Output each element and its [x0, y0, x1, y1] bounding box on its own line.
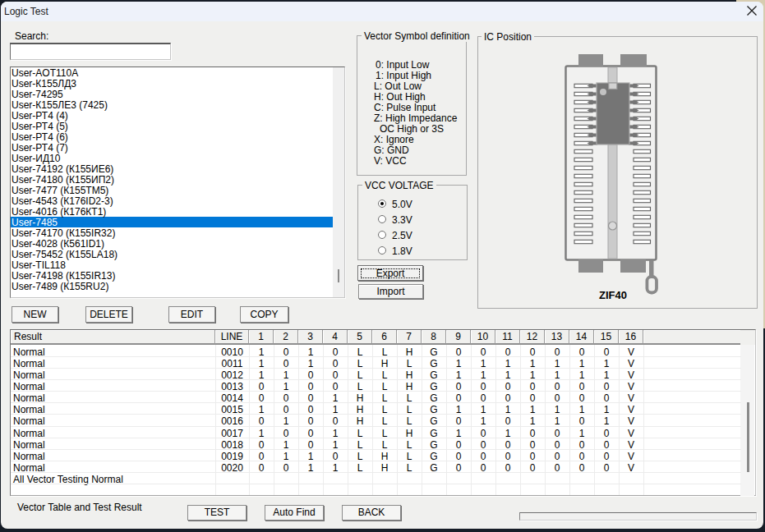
- svg-text:ZIF40: ZIF40: [599, 289, 627, 301]
